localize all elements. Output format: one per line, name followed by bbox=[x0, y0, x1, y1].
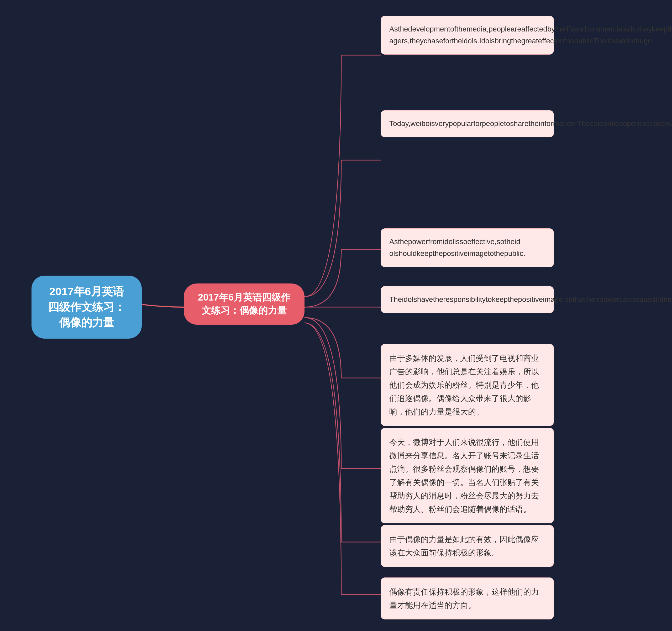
leaf-text-8: 偶像有责任保持积极的形象，这样他们的力量才能用在适当的方面。 bbox=[389, 587, 539, 609]
leaf-text-3: Asthepowerfromidolissoeffective,sotheid … bbox=[389, 238, 525, 258]
leaf-text-5: 由于多媒体的发展，人们受到了电视和商业广告的影响，他们总是在关注着娱乐，所以他们… bbox=[389, 354, 539, 416]
leaf-node-2: Today,weiboisverypopularforpeopletoshare… bbox=[381, 110, 554, 137]
leaf-node-7: 由于偶像的力量是如此的有效，因此偶像应该在大众面前保持积极的形象。 bbox=[381, 525, 554, 567]
leaf-text-1: Asthedevelopmentofthemedia,peopleareaffe… bbox=[389, 25, 672, 45]
leaf-node-8: 偶像有责任保持积极的形象，这样他们的力量才能用在适当的方面。 bbox=[381, 578, 554, 620]
leaf-node-3: Asthepowerfromidolissoeffective,sotheid … bbox=[381, 228, 554, 267]
leaf-node-5: 由于多媒体的发展，人们受到了电视和商业广告的影响，他们总是在关注着娱乐，所以他们… bbox=[381, 344, 554, 426]
leaf-node-1: Asthedevelopmentofthemedia,peopleareaffe… bbox=[381, 16, 554, 55]
root-node: 2017年6月英语四级作文练习：偶像的力量 bbox=[31, 275, 142, 339]
leaf-text-2: Today,weiboisverypopularforpeopletoshare… bbox=[389, 119, 672, 127]
center-label: 2017年6月英语四级作文练习：偶像的力量 bbox=[198, 292, 290, 316]
leaf-node-4: Theidolshavetheresponsibilitytokeepthepo… bbox=[381, 286, 554, 313]
center-node: 2017年6月英语四级作文练习：偶像的力量 bbox=[184, 284, 305, 325]
leaf-text-7: 由于偶像的力量是如此的有效，因此偶像应该在大众面前保持积极的形象。 bbox=[389, 535, 539, 557]
leaf-text-6: 今天，微博对于人们来说很流行，他们使用微博来分享信息。名人开了账号来记录生活点滴… bbox=[389, 438, 539, 513]
root-label: 2017年6月英语四级作文练习：偶像的力量 bbox=[48, 285, 125, 329]
leaf-text-4: Theidolshavetheresponsibilitytokeepthepo… bbox=[389, 295, 672, 304]
mind-map: 2017年6月英语四级作文练习：偶像的力量 2017年6月英语四级作文练习：偶像… bbox=[0, 0, 672, 631]
leaf-node-6: 今天，微博对于人们来说很流行，他们使用微博来分享信息。名人开了账号来记录生活点滴… bbox=[381, 428, 554, 524]
